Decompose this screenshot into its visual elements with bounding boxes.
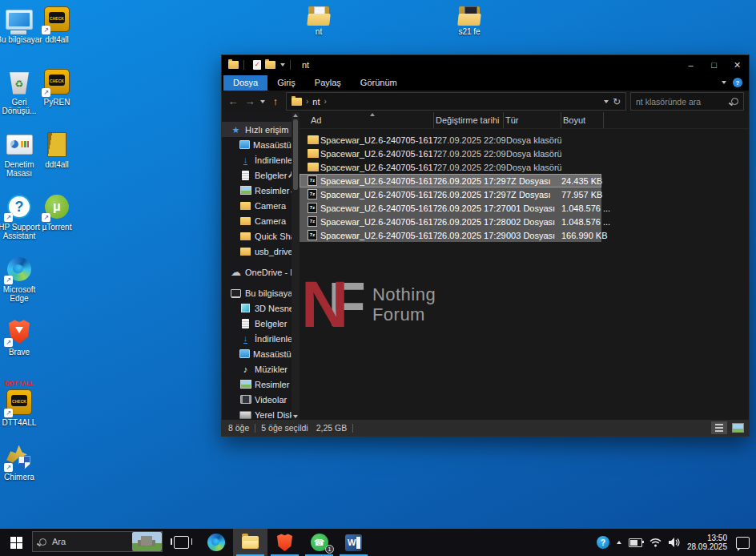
action-center-icon[interactable]: [736, 537, 750, 549]
taskbar-app-button[interactable]: [233, 529, 267, 556]
start-button[interactable]: [0, 529, 32, 556]
sidebar-item[interactable]: Resimler: [222, 183, 292, 198]
desktop-folder-s21fe[interactable]: s21 fe: [448, 5, 490, 36]
file-type-icon: 7z: [308, 216, 317, 227]
sidebar-item-icon: [239, 349, 250, 358]
sidebar-item-icon: [239, 304, 251, 312]
recent-locations-icon[interactable]: [260, 100, 265, 103]
desktop-icon-art: ?: [7, 195, 31, 219]
sidebar-item[interactable]: 3D Nesneler: [222, 300, 292, 316]
breadcrumb-folder-name[interactable]: nt: [312, 97, 320, 107]
file-row[interactable]: Spacewar_U2.6-240705-1617-image-boot 27.…: [300, 133, 601, 147]
sidebar-item[interactable]: Quick Share: [222, 228, 292, 244]
desktop-icon[interactable]: Chimera: [0, 442, 38, 505]
wifi-icon[interactable]: [649, 538, 662, 547]
taskbar-app-button[interactable]: [267, 529, 302, 556]
taskbar-app-button[interactable]: W: [336, 529, 371, 556]
sidebar-item-label: Quick Share: [255, 232, 292, 241]
desktop-icon[interactable]: Microsoft Edge: [0, 255, 38, 317]
desktop-icon[interactable]: CHECK ddt4all: [38, 5, 76, 67]
column-header-date[interactable]: Değiştirme tarihi: [434, 112, 504, 128]
item-count: 8 öğe: [228, 423, 249, 433]
sidebar-item-label: Camera: [255, 216, 286, 226]
address-bar: ← → ↑ › nt › ↻ nt klasöründe ara: [222, 91, 749, 113]
sidebar-item[interactable]: ↓ İndirilenler: [222, 331, 292, 346]
maximize-button[interactable]: □: [702, 55, 726, 75]
qat-dropdown-icon[interactable]: [280, 63, 285, 66]
ribbon-tab[interactable]: Dosya: [223, 75, 267, 91]
sidebar-item[interactable]: Bu bilgisayar: [222, 285, 292, 300]
scroll-up-icon[interactable]: [293, 114, 298, 117]
sidebar-item[interactable]: Masaüstü: [222, 346, 292, 361]
pin-icon: [287, 171, 292, 179]
file-row[interactable]: 7z Spacewar_U2.6-240705-1617-image-logi.…: [300, 228, 601, 242]
file-row[interactable]: 7z Spacewar_U2.6-240705-1617-image-boo..…: [300, 174, 601, 187]
desktop-icon[interactable]: Brave: [0, 317, 38, 380]
sidebar-item[interactable]: Belgeler: [222, 167, 292, 183]
taskbar-app-button[interactable]: [199, 529, 233, 556]
desktop-folder-nt[interactable]: nt: [298, 5, 340, 36]
taskbar-search-input[interactable]: Ara: [32, 531, 163, 552]
file-name: Spacewar_U2.6-240705-1617-image-firm...: [320, 149, 437, 159]
file-size: 1.048.576 ...: [561, 217, 601, 227]
battery-icon[interactable]: [629, 538, 642, 547]
file-row[interactable]: 7z Spacewar_U2.6-240705-1617-image-logi.…: [300, 215, 601, 228]
sidebar-item[interactable]: Camera: [222, 213, 292, 228]
sidebar-scrollbar[interactable]: [292, 112, 300, 420]
thumbnails-view-button[interactable]: [730, 421, 746, 434]
ribbon-tab[interactable]: Görünüm: [351, 75, 407, 91]
volume-icon[interactable]: [669, 538, 680, 547]
desktop-icon-art: [47, 132, 66, 157]
sidebar-item[interactable]: usb_driver: [222, 244, 292, 259]
sidebar-item[interactable]: ☁ OneDrive - Person: [222, 264, 292, 280]
sidebar-item[interactable]: Belgeler: [222, 316, 292, 331]
sidebar-item[interactable]: Camera: [222, 198, 292, 213]
breadcrumb[interactable]: › nt › ↻: [286, 92, 626, 111]
search-highlight-image[interactable]: [132, 532, 162, 551]
hp-assistant-tray-icon[interactable]: ?: [597, 536, 609, 549]
qat-properties-check-icon[interactable]: ✓: [253, 60, 261, 70]
desktop-icon[interactable]: CHECK PyREN: [38, 67, 76, 130]
file-name: Spacewar_U2.6-240705-1617-image-boo...: [320, 176, 437, 186]
help-icon[interactable]: ?: [733, 78, 742, 87]
column-header-size[interactable]: Boyut: [561, 112, 604, 128]
scrollbar-thumb[interactable]: [293, 119, 298, 190]
minimize-button[interactable]: –: [679, 55, 702, 75]
sidebar-item[interactable]: Videolar: [222, 392, 292, 407]
back-icon[interactable]: ←: [227, 95, 239, 107]
file-row[interactable]: 7z Spacewar_U2.6-240705-1617-image-firm.…: [300, 187, 601, 201]
desktop-icon[interactable]: DDT4ALL CHECK DTT4ALL: [0, 380, 38, 442]
scroll-down-icon[interactable]: [293, 415, 298, 418]
file-row[interactable]: 7z Spacewar_U2.6-240705-1617-image-logi.…: [300, 201, 601, 215]
close-button[interactable]: ✕: [726, 55, 749, 75]
desktop-icon[interactable]: ddt4all: [38, 130, 76, 192]
file-row[interactable]: Spacewar_U2.6-240705-1617-image-firm... …: [300, 147, 601, 160]
taskbar-app-button[interactable]: ☎ 1: [302, 529, 336, 556]
taskbar-app-button[interactable]: [164, 529, 199, 556]
desktop-icon[interactable]: µ µTorrent: [38, 192, 76, 255]
taskbar-clock[interactable]: 13:50 28.09.2025: [687, 534, 727, 552]
ribbon-tab[interactable]: Paylaş: [305, 75, 351, 91]
search-placeholder: nt klasöründe ara: [636, 97, 731, 107]
sidebar-item[interactable]: ↓ İndirilenler: [222, 152, 292, 167]
sidebar-item[interactable]: Yerel Disk (C:): [222, 407, 292, 420]
sidebar-item[interactable]: Masaüstü: [222, 137, 292, 152]
ribbon-tab[interactable]: Giriş: [267, 75, 305, 91]
ribbon-collapse-icon[interactable]: [722, 81, 726, 84]
file-row[interactable]: Spacewar_U2.6-240705-1617-image-logi... …: [300, 160, 601, 174]
details-view-button[interactable]: [711, 421, 727, 434]
column-header-type[interactable]: Tür: [504, 112, 561, 128]
refresh-icon[interactable]: ↻: [613, 96, 621, 107]
sidebar-item[interactable]: ★ Hızlı erişim: [222, 122, 292, 137]
forward-icon[interactable]: →: [243, 95, 256, 107]
file-name: Spacewar_U2.6-240705-1617-image-logi...: [320, 217, 437, 227]
hidden-icons-chevron-icon[interactable]: [617, 541, 621, 544]
watermark-line2: Forum: [372, 304, 436, 324]
address-dropdown-icon[interactable]: [604, 100, 609, 103]
sidebar-item[interactable]: Resimler: [222, 377, 292, 392]
qat-new-folder-icon[interactable]: [265, 61, 275, 69]
search-input[interactable]: nt klasöründe ara: [630, 92, 744, 111]
file-type: 7Z Dosyası: [506, 190, 561, 199]
sidebar-item[interactable]: ♪ Müzikler: [222, 361, 292, 377]
up-icon[interactable]: ↑: [269, 95, 282, 107]
